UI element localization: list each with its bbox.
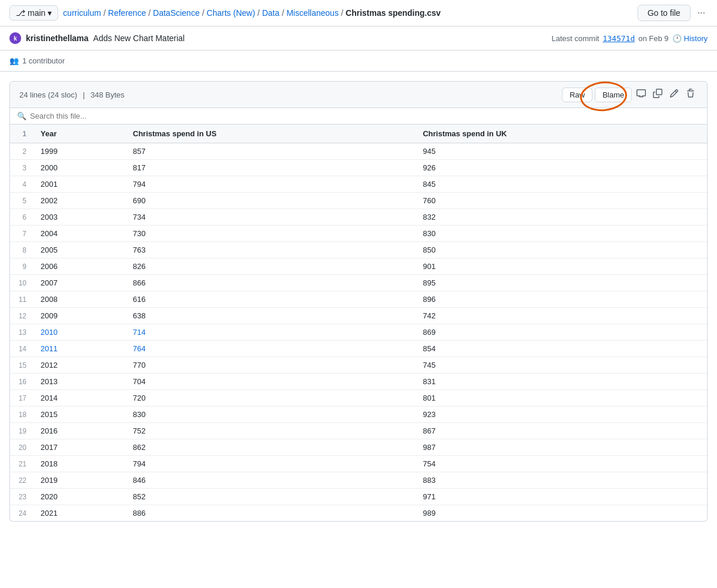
year-link[interactable]: 2011 <box>41 344 58 353</box>
breadcrumb-curriculum[interactable]: curriculum <box>63 8 101 18</box>
chevron-down-icon: ▾ <box>48 8 52 18</box>
cell-uk-spend: 945 <box>416 143 707 160</box>
history-button[interactable]: 🕐 History <box>672 34 708 43</box>
table-row: 72004730830 <box>10 226 707 242</box>
cell-us-spend: 704 <box>126 374 416 390</box>
desktop-icon[interactable] <box>634 86 648 103</box>
cell-us-spend: 616 <box>126 291 416 308</box>
cell-year: 2015 <box>33 406 126 423</box>
line-number: 24 <box>10 505 33 522</box>
breadcrumb-sep-2: / <box>148 8 150 18</box>
raw-button[interactable]: Raw <box>562 88 592 102</box>
line-number: 7 <box>10 226 33 242</box>
go-to-file-button[interactable]: Go to file <box>638 5 691 21</box>
cell-year: 2017 <box>33 439 126 456</box>
cell-year: 2014 <box>33 390 126 406</box>
col-header-us: Christmas spend in US <box>126 125 416 143</box>
line-number: 19 <box>10 423 33 439</box>
latest-commit-label: Latest commit <box>552 34 599 43</box>
copy-button[interactable] <box>651 86 665 103</box>
file-actions: Raw Blame <box>562 86 698 103</box>
cell-year: 2021 <box>33 505 126 522</box>
line-number: 23 <box>10 489 33 505</box>
cell-us-spend: 730 <box>126 226 416 242</box>
commit-date: on Feb 9 <box>638 34 668 43</box>
cell-year[interactable]: 2010 <box>33 324 126 341</box>
cell-uk-spend: 742 <box>416 308 707 324</box>
cell-year: 2008 <box>33 291 126 308</box>
cell-year: 2005 <box>33 242 126 258</box>
line-number: 8 <box>10 242 33 258</box>
edit-button[interactable] <box>667 86 681 103</box>
line-number: 6 <box>10 209 33 226</box>
cell-year: 1999 <box>33 143 126 160</box>
search-icon: 🔍 <box>17 112 26 120</box>
cell-us-spend: 763 <box>126 242 416 258</box>
table-row: 162013704831 <box>10 374 707 390</box>
commit-author[interactable]: kristinethellama <box>26 33 89 43</box>
breadcrumb-sep-5: / <box>282 8 284 18</box>
us-spend-link[interactable]: 764 <box>133 344 146 353</box>
col-header-year: Year <box>33 125 126 143</box>
breadcrumb-datascience[interactable]: DataScience <box>153 8 199 18</box>
line-number: 11 <box>10 291 33 308</box>
cell-us-spend: 690 <box>126 193 416 209</box>
cell-uk-spend: 801 <box>416 390 707 406</box>
line-number: 4 <box>10 176 33 193</box>
cell-uk-spend: 901 <box>416 258 707 275</box>
table-row: 21999857945 <box>10 143 707 160</box>
cell-year: 2020 <box>33 489 126 505</box>
line-number: 16 <box>10 374 33 390</box>
line-number: 9 <box>10 258 33 275</box>
cell-year[interactable]: 2011 <box>33 341 126 357</box>
cell-uk-spend: 754 <box>416 456 707 472</box>
commit-hash[interactable]: 134571d <box>602 34 635 43</box>
cell-us-spend: 714 <box>126 324 416 341</box>
search-bar: 🔍 <box>9 108 708 125</box>
table-row: 102007866895 <box>10 275 707 291</box>
branch-selector[interactable]: ⎇ main ▾ <box>9 5 58 21</box>
table-row: 192016752867 <box>10 423 707 439</box>
cell-uk-spend: 830 <box>416 226 707 242</box>
cell-year: 2012 <box>33 357 126 374</box>
file-table-wrapper: 1 Year Christmas spend in US Christmas s… <box>9 125 708 522</box>
breadcrumb-data[interactable]: Data <box>262 8 280 18</box>
cell-uk-spend: 745 <box>416 357 707 374</box>
cell-uk-spend: 832 <box>416 209 707 226</box>
table-header-row: 1 Year Christmas spend in US Christmas s… <box>10 125 707 143</box>
table-row: 62003734832 <box>10 209 707 226</box>
cell-uk-spend: 867 <box>416 423 707 439</box>
cell-us-spend: 826 <box>126 258 416 275</box>
cell-uk-spend: 923 <box>416 406 707 423</box>
cell-uk-spend: 854 <box>416 341 707 357</box>
breadcrumb-miscellaneous[interactable]: Miscellaneous <box>286 8 339 18</box>
us-spend-link[interactable]: 714 <box>133 328 146 337</box>
cell-uk-spend: 896 <box>416 291 707 308</box>
delete-button[interactable] <box>684 86 698 103</box>
blame-button[interactable]: Blame <box>595 88 632 102</box>
commit-meta: Latest commit 134571d on Feb 9 🕐 History <box>552 34 708 43</box>
search-input[interactable] <box>30 112 700 120</box>
cell-year: 2001 <box>33 176 126 193</box>
top-bar: ⎇ main ▾ curriculum / Reference / DataSc… <box>0 0 717 26</box>
year-link[interactable]: 2010 <box>41 328 58 337</box>
breadcrumb-charts[interactable]: Charts (New) <box>207 8 255 18</box>
cell-us-spend: 720 <box>126 390 416 406</box>
cell-uk-spend: 760 <box>416 193 707 209</box>
cell-us-spend: 734 <box>126 209 416 226</box>
file-lines-info: 24 lines (24 sloc) | 348 Bytes <box>19 90 125 99</box>
cell-year: 2003 <box>33 209 126 226</box>
table-row: 152012770745 <box>10 357 707 374</box>
breadcrumb-reference[interactable]: Reference <box>108 8 146 18</box>
table-row: 202017862987 <box>10 439 707 456</box>
cell-us-spend: 852 <box>126 489 416 505</box>
line-number: 20 <box>10 439 33 456</box>
table-row: 182015830923 <box>10 406 707 423</box>
branch-icon: ⎇ <box>16 8 25 18</box>
line-number: 5 <box>10 193 33 209</box>
table-row: 242021886989 <box>10 505 707 522</box>
line-number: 17 <box>10 390 33 406</box>
more-options-button[interactable]: ··· <box>695 5 708 21</box>
line-number: 14 <box>10 341 33 357</box>
breadcrumb-sep-3: / <box>202 8 205 18</box>
